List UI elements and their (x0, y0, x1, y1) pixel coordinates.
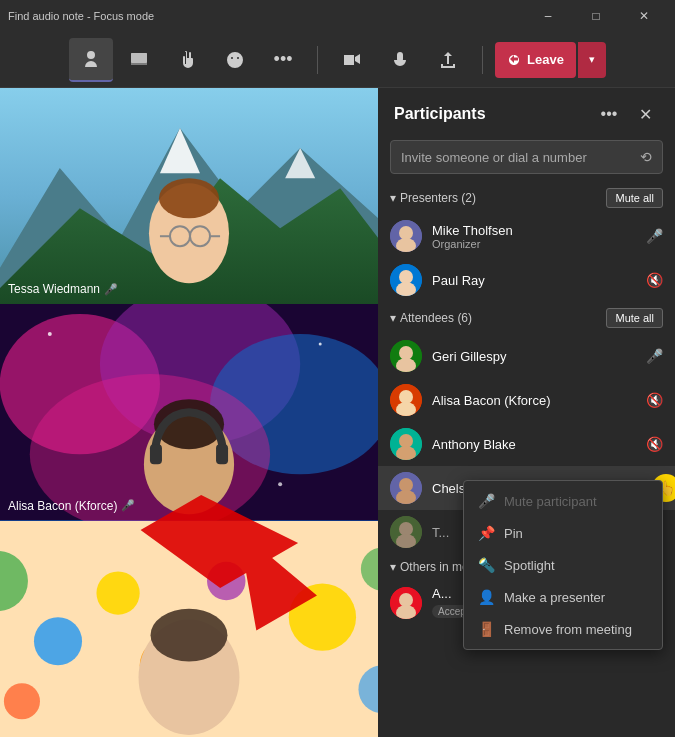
ctx-presenter-icon: 👤 (478, 589, 494, 605)
mute-all-attendees-button[interactable]: Mute all (606, 308, 663, 328)
leave-label: Leave (527, 52, 564, 67)
ctx-mute-icon: 🎤 (478, 493, 494, 509)
ctx-mute-participant[interactable]: 🎤 Mute participant (464, 485, 662, 517)
svg-point-31 (289, 583, 356, 650)
ctx-remove-icon: 🚪 (478, 621, 494, 637)
ctx-pin[interactable]: 📌 Pin (464, 517, 662, 549)
attendees-section-header: ▾ Attendees (6) Mute all (378, 302, 675, 334)
participant-video-name-2: Alisa Bacon (Kforce) (8, 499, 117, 513)
participant-name-geri: Geri Gillespy (432, 349, 636, 364)
ctx-spotlight-label: Spotlight (504, 558, 555, 573)
presenters-chevron: ▾ (390, 191, 396, 205)
svg-point-53 (399, 478, 413, 492)
people-button[interactable] (69, 38, 113, 82)
avatar-geri (390, 340, 422, 372)
panel-header: Participants ••• ✕ (378, 88, 675, 136)
title-bar-left: Find audio note - Focus mode (8, 10, 154, 22)
chat-button[interactable] (117, 38, 161, 82)
camera-button[interactable] (330, 38, 374, 82)
reactions-button[interactable] (213, 38, 257, 82)
video-label-2: Alisa Bacon (Kforce) 🎤 (8, 499, 135, 513)
participant-list: ▾ Presenters (2) Mute all Mike Tholfsen … (378, 182, 675, 737)
close-button[interactable]: ✕ (621, 0, 667, 32)
title-text: Find audio note - Focus mode (8, 10, 154, 22)
leave-chevron[interactable]: ▾ (578, 42, 606, 78)
participant-mic-anthony: 🔇 (646, 436, 663, 452)
minimize-button[interactable]: – (525, 0, 571, 32)
mute-all-presenters-button[interactable]: Mute all (606, 188, 663, 208)
panel-title: Participants (394, 105, 486, 123)
participant-name-anthony: Anthony Blake (432, 437, 636, 452)
others-chevron: ▾ (390, 560, 396, 574)
panel-more-button[interactable]: ••• (595, 100, 623, 128)
participant-mic-mike: 🎤 (646, 228, 663, 244)
svg-point-41 (399, 270, 413, 284)
svg-rect-24 (216, 445, 228, 465)
participant-sub-mike: Organizer (432, 238, 636, 250)
svg-point-33 (4, 683, 40, 719)
divider2 (482, 46, 483, 74)
participant-name-alisa: Alisa Bacon (Kforce) (432, 393, 636, 408)
leave-button[interactable]: Leave (495, 42, 576, 78)
more-icon: ••• (274, 49, 293, 70)
svg-point-36 (151, 608, 228, 661)
participant-item-alisa[interactable]: Alisa Bacon (Kforce) 🔇 (378, 378, 675, 422)
participant-item-geri[interactable]: Geri Gillespy 🎤 (378, 334, 675, 378)
svg-point-59 (399, 593, 413, 607)
participant-item-paul[interactable]: Paul Ray 🔇 (378, 258, 675, 302)
mic-button[interactable] (378, 38, 422, 82)
leave-button-group[interactable]: Leave ▾ (495, 42, 606, 78)
video-tile-3 (0, 521, 378, 737)
panel-close-button[interactable]: ✕ (631, 100, 659, 128)
participants-panel: Participants ••• ✕ Invite someone or dia… (378, 88, 675, 737)
ctx-presenter-label: Make a presenter (504, 590, 605, 605)
participant-item-anthony[interactable]: Anthony Blake 🔇 (378, 422, 675, 466)
avatar-mike (390, 220, 422, 252)
participant-info-geri: Geri Gillespy (432, 349, 636, 364)
ctx-make-presenter[interactable]: 👤 Make a presenter (464, 581, 662, 613)
participant-info-paul: Paul Ray (432, 273, 636, 288)
ctx-remove[interactable]: 🚪 Remove from meeting (464, 613, 662, 645)
avatar-paul (390, 264, 422, 296)
ctx-remove-label: Remove from meeting (504, 622, 632, 637)
svg-point-18 (48, 332, 52, 336)
panel-actions: ••• ✕ (595, 100, 659, 128)
invite-icon: ⟲ (640, 149, 652, 165)
ctx-spotlight-icon: 🔦 (478, 557, 494, 573)
participant-info-mike: Mike Tholfsen Organizer (432, 223, 636, 250)
svg-point-47 (399, 390, 413, 404)
avatar-a (390, 587, 422, 619)
ctx-pin-label: Pin (504, 526, 523, 541)
mic-off-icon-1: 🎤 (104, 283, 118, 296)
toolbar: ••• Leave ▾ (0, 32, 675, 88)
svg-point-50 (399, 434, 413, 448)
svg-point-28 (96, 571, 139, 614)
title-controls[interactable]: – □ ✕ (525, 0, 667, 32)
attendees-section-title: ▾ Attendees (6) (390, 311, 472, 325)
more-button[interactable]: ••• (261, 38, 305, 82)
svg-rect-23 (150, 445, 162, 465)
svg-point-44 (399, 346, 413, 360)
svg-point-20 (278, 483, 282, 487)
maximize-button[interactable]: □ (573, 0, 619, 32)
mic-off-icon-2: 🎤 (121, 499, 135, 512)
svg-rect-0 (131, 53, 147, 63)
participant-name-mike: Mike Tholfsen (432, 223, 636, 238)
context-menu: 🎤 Mute participant 📌 Pin 🔦 Spotlight 👤 M… (463, 480, 663, 650)
title-bar: Find audio note - Focus mode – □ ✕ (0, 0, 675, 32)
avatar-alisa (390, 384, 422, 416)
video-label-1: Tessa Wiedmann 🎤 (8, 282, 118, 296)
main-content: Tessa Wiedmann 🎤 (0, 88, 675, 737)
ctx-spotlight[interactable]: 🔦 Spotlight (464, 549, 662, 581)
participant-name-paul: Paul Ray (432, 273, 636, 288)
divider (317, 46, 318, 74)
participant-item-mike[interactable]: Mike Tholfsen Organizer 🎤 (378, 214, 675, 258)
video-tile-1: Tessa Wiedmann 🎤 (0, 88, 378, 304)
invite-input[interactable]: Invite someone or dial a number ⟲ (390, 140, 663, 174)
participant-info-anthony: Anthony Blake (432, 437, 636, 452)
participant-mic-alisa: 🔇 (646, 392, 663, 408)
share-button[interactable] (426, 38, 470, 82)
raise-hand-button[interactable] (165, 38, 209, 82)
avatar-t (390, 516, 422, 548)
video-tile-2: Alisa Bacon (Kforce) 🎤 (0, 304, 378, 520)
